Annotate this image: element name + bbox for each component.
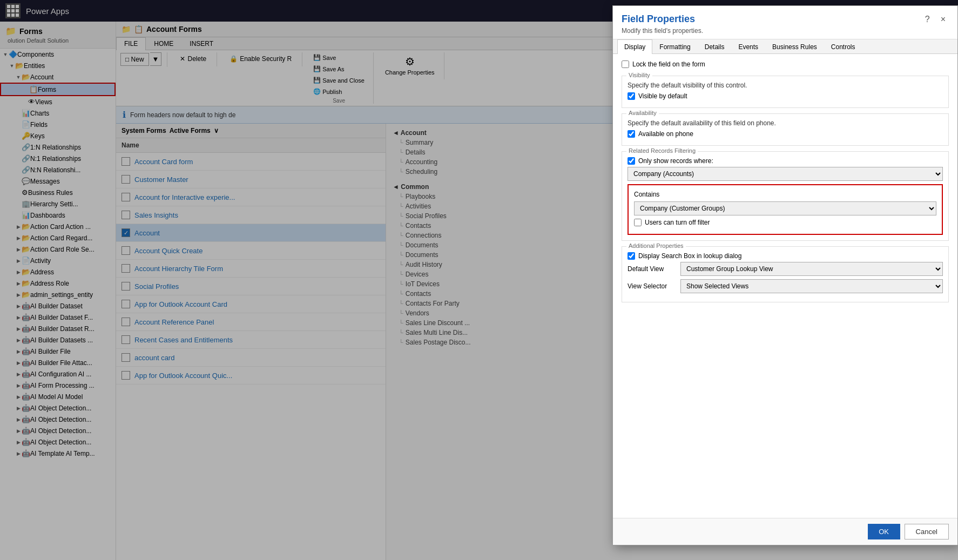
users-can-turn-off-row: Users can turn off filter xyxy=(634,219,936,226)
dialog-tabs: Display Formatting Details Events Busine… xyxy=(613,39,957,54)
display-search-box-checkbox[interactable] xyxy=(628,252,635,260)
available-on-phone-label: Available on phone xyxy=(638,130,693,138)
visible-by-default-row: Visible by default xyxy=(628,92,943,100)
dialog-body: Lock the field on the form Visibility Sp… xyxy=(613,54,957,518)
dialog-tab-controls[interactable]: Controls xyxy=(824,39,862,54)
dialog-subtitle: Modify this field's properties. xyxy=(622,27,949,35)
available-on-phone-row: Available on phone xyxy=(628,130,943,138)
contains-label: Contains xyxy=(634,191,936,198)
only-show-label: Only show records where: xyxy=(638,157,713,165)
view-selector-select[interactable]: Show Selected Views xyxy=(680,279,943,293)
dialog-help-button[interactable]: ? xyxy=(922,22,933,25)
display-search-box-row: Display Search Box in lookup dialog xyxy=(628,252,943,260)
dialog-overlay: Field Properties Modify this field's pro… xyxy=(0,22,958,560)
lock-field-checkbox[interactable] xyxy=(622,60,629,68)
main-layout: 📁 Forms olution Default Solution ▼ 🔷 Com… xyxy=(0,22,958,560)
display-search-box-label: Display Search Box in lookup dialog xyxy=(638,252,741,260)
additional-properties-label: Additional Properties xyxy=(626,242,686,249)
visibility-group-label: Visibility xyxy=(626,72,652,78)
visible-by-default-checkbox[interactable] xyxy=(628,92,635,100)
availability-desc: Specify the default availability of this… xyxy=(628,119,943,127)
dialog-close-button[interactable]: × xyxy=(937,22,949,25)
related-records-group: Related Records Filtering Only show reco… xyxy=(622,151,949,241)
users-can-turn-off-label: Users can turn off filter xyxy=(645,219,710,226)
default-view-select[interactable]: Customer Group Lookup View xyxy=(680,262,943,276)
dialog-footer: OK Cancel xyxy=(613,518,957,545)
field-properties-dialog: Field Properties Modify this field's pro… xyxy=(612,22,958,545)
dialog-tab-events[interactable]: Events xyxy=(731,39,765,54)
related-records-group-label: Related Records Filtering xyxy=(626,147,698,154)
company-accounts-select[interactable]: Company (Accounts) xyxy=(628,167,943,181)
dialog-tab-business-rules[interactable]: Business Rules xyxy=(765,39,824,54)
cancel-button[interactable]: Cancel xyxy=(905,524,949,539)
additional-properties-group: Additional Properties Display Search Box… xyxy=(622,246,949,302)
visibility-group: Visibility Specify the default visibilit… xyxy=(622,76,949,108)
lock-field-row: Lock the field on the form xyxy=(622,60,949,68)
lock-section: Lock the field on the form xyxy=(622,60,949,68)
dialog-title: Field Properties xyxy=(622,22,949,25)
view-selector-row: View Selector Show Selected Views xyxy=(628,279,943,293)
dialog-tab-display[interactable]: Display xyxy=(617,39,652,54)
available-on-phone-checkbox[interactable] xyxy=(628,130,635,138)
contains-box: Contains Company (Customer Groups) Users… xyxy=(628,184,943,235)
only-show-row: Only show records where: xyxy=(628,157,943,165)
company-customer-groups-select[interactable]: Company (Customer Groups) xyxy=(634,201,936,215)
default-view-label: Default View xyxy=(628,265,676,273)
dialog-header: Field Properties Modify this field's pro… xyxy=(613,22,957,39)
default-view-row: Default View Customer Group Lookup View xyxy=(628,262,943,276)
availability-group-label: Availability xyxy=(626,110,659,116)
view-selector-label: View Selector xyxy=(628,282,676,290)
ok-button[interactable]: OK xyxy=(868,524,900,539)
visible-by-default-label: Visible by default xyxy=(638,92,687,100)
dialog-tab-details[interactable]: Details xyxy=(698,39,732,54)
dialog-header-actions: ? × xyxy=(922,22,949,25)
dialog-tab-formatting[interactable]: Formatting xyxy=(652,39,697,54)
only-show-checkbox[interactable] xyxy=(628,157,635,165)
availability-group: Availability Specify the default availab… xyxy=(622,113,949,146)
visibility-desc: Specify the default visibility of this c… xyxy=(628,82,943,89)
company-customer-groups-row: Company (Customer Groups) xyxy=(634,201,936,215)
company-accounts-row: Company (Accounts) xyxy=(628,167,943,181)
app-container: Power Apps 📁 Forms olution Default Solut… xyxy=(0,0,958,560)
users-can-turn-off-checkbox[interactable] xyxy=(634,219,642,226)
lock-field-label: Lock the field on the form xyxy=(632,60,705,68)
